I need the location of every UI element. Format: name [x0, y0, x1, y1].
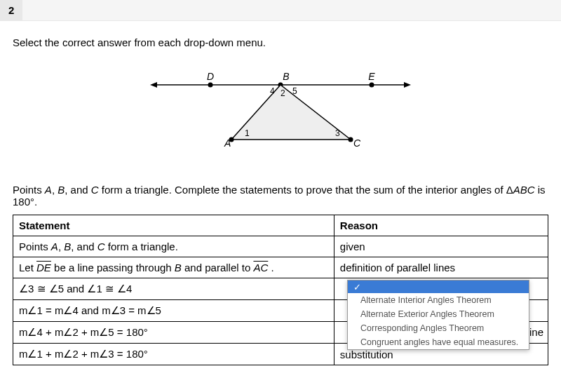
dropdown-option[interactable]: Corresponding Angles Theorem: [348, 321, 529, 335]
reason-cell[interactable]: definition of parallel lines: [334, 257, 548, 278]
angle-3: 3: [335, 128, 340, 138]
svg-marker-1: [150, 82, 157, 88]
dropdown-option[interactable]: Alternate Exterior Angles Theorem: [348, 307, 529, 321]
svg-marker-2: [404, 82, 411, 88]
instruction-text: Select the correct answer from each drop…: [13, 36, 548, 48]
statement-cell: ∠3 ≅ ∠5 and ∠1 ≅ ∠4: [13, 278, 334, 300]
dropdown-option[interactable]: Alternate Interior Angles Theorem: [348, 293, 529, 307]
label-C: C: [353, 137, 361, 149]
label-A: A: [224, 137, 231, 149]
statement-cell: Points A, B, and C form a triangle.: [13, 236, 334, 257]
dropdown-option[interactable]: Congruent angles have equal measures.: [348, 335, 529, 349]
label-B: B: [283, 71, 289, 82]
geometry-figure: D B E A C 4 2 5 1 3: [13, 69, 548, 156]
angle-4: 4: [270, 86, 275, 96]
statement-cell: Let DE be a line passing through B and p…: [13, 257, 334, 278]
statement-cell: m∠1 + m∠2 + m∠3 = 180°: [13, 344, 334, 365]
prompt-text: Points A, B, and C form a triangle. Comp…: [13, 184, 548, 208]
angle-1: 1: [245, 128, 250, 138]
svg-point-5: [370, 83, 374, 88]
check-icon: ✓: [353, 283, 361, 292]
table-row: Points A, B, and C form a triangle. give…: [13, 236, 548, 257]
reason-cell[interactable]: given: [334, 236, 548, 257]
label-E: E: [368, 71, 375, 82]
statement-cell: m∠1 = m∠4 and m∠3 = m∠5: [13, 300, 334, 322]
header-reason: Reason: [334, 215, 548, 236]
angle-5: 5: [292, 86, 297, 96]
question-header: 2: [0, 0, 561, 21]
table-row: Let DE be a line passing through B and p…: [13, 257, 548, 278]
header-statement: Statement: [13, 215, 334, 236]
svg-point-8: [349, 137, 353, 142]
reason-dropdown-open[interactable]: ✓ Alternate Interior Angles Theorem Alte…: [347, 280, 529, 350]
statement-cell: m∠4 + m∠2 + m∠5 = 180°: [13, 322, 334, 344]
question-number: 2: [0, 0, 22, 20]
content-area: Select the correct answer from each drop…: [0, 21, 561, 365]
dropdown-selected-blank[interactable]: ✓: [348, 281, 529, 293]
label-D: D: [207, 71, 214, 82]
svg-point-3: [208, 83, 213, 88]
angle-2: 2: [280, 88, 285, 98]
